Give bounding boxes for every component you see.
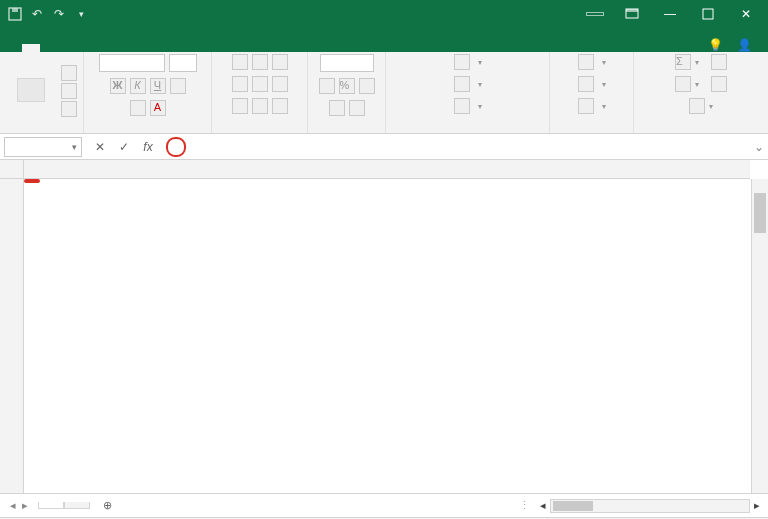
font-color-button[interactable]: A — [150, 100, 166, 116]
group-alignment — [218, 128, 301, 133]
paste-icon — [17, 78, 45, 102]
tab-review[interactable] — [112, 44, 130, 52]
fill-color-button[interactable] — [130, 100, 146, 116]
group-editing — [640, 128, 762, 133]
decrease-indent-button[interactable] — [232, 98, 248, 114]
format-cells-button[interactable]: ▾ — [578, 98, 606, 114]
new-sheet-button[interactable]: ⊕ — [96, 495, 118, 517]
cell-styles-button[interactable]: ▾ — [454, 98, 482, 114]
cancel-formula-button[interactable]: ✕ — [92, 140, 108, 154]
tab-file[interactable] — [4, 44, 22, 52]
tab-help[interactable] — [166, 44, 184, 52]
align-left-button[interactable] — [232, 76, 248, 92]
sheet-tab-0[interactable] — [38, 502, 64, 509]
delete-cells-button[interactable]: ▾ — [578, 76, 606, 92]
select-all-corner[interactable] — [0, 160, 24, 179]
svg-rect-1 — [12, 8, 18, 12]
cell-editor[interactable] — [24, 179, 40, 183]
font-size-select[interactable] — [169, 54, 197, 72]
insert-cells-button[interactable]: ▾ — [578, 54, 606, 70]
hscroll-left[interactable]: ◂ — [536, 499, 550, 512]
border-button[interactable] — [170, 78, 186, 94]
cut-icon[interactable] — [61, 65, 77, 81]
enter-formula-button[interactable]: ✓ — [116, 140, 132, 154]
align-middle-button[interactable] — [252, 54, 268, 70]
maximize-button[interactable] — [690, 0, 726, 28]
copy-icon[interactable] — [61, 83, 77, 99]
redo-icon[interactable]: ↷ — [50, 5, 68, 23]
formula-input[interactable] — [166, 137, 186, 157]
cond-format-icon — [454, 54, 470, 70]
increase-decimal-button[interactable] — [329, 100, 345, 116]
fill-button[interactable] — [675, 76, 691, 92]
delete-cells-icon — [578, 76, 594, 92]
find-select-button[interactable] — [711, 76, 727, 92]
italic-button[interactable]: К — [130, 78, 146, 94]
wrap-text-button[interactable] — [272, 98, 288, 114]
minimize-button[interactable]: — — [652, 0, 688, 28]
fx-button[interactable]: fx — [140, 140, 156, 154]
share-icon: 👤 — [737, 38, 752, 52]
tab-formulas[interactable] — [76, 44, 94, 52]
expand-formula-bar-button[interactable]: ⌄ — [750, 140, 768, 154]
group-clipboard — [6, 128, 77, 133]
currency-button[interactable] — [319, 78, 335, 94]
tab-insert[interactable] — [40, 44, 58, 52]
sheet-nav-next[interactable]: ▸ — [22, 499, 28, 512]
tab-data[interactable] — [94, 44, 112, 52]
comma-button[interactable] — [359, 78, 375, 94]
group-font — [90, 128, 205, 133]
share-button[interactable]: 👤 — [737, 38, 756, 52]
scroll-thumb[interactable] — [754, 193, 766, 233]
tab-view[interactable] — [130, 44, 148, 52]
tell-me[interactable]: 💡 — [708, 38, 727, 52]
align-center-button[interactable] — [252, 76, 268, 92]
hscroll-thumb[interactable] — [553, 501, 593, 511]
vertical-scrollbar[interactable] — [751, 179, 768, 493]
tab-developer[interactable] — [148, 44, 166, 52]
format-painter-icon[interactable] — [61, 101, 77, 117]
format-cells-icon — [578, 98, 594, 114]
horizontal-scrollbar[interactable] — [550, 499, 750, 513]
chevron-down-icon[interactable]: ▾ — [72, 142, 77, 152]
decrease-decimal-button[interactable] — [349, 100, 365, 116]
cell-styles-icon — [454, 98, 470, 114]
svg-rect-3 — [626, 9, 638, 12]
increase-indent-button[interactable] — [252, 98, 268, 114]
group-cells — [556, 128, 627, 133]
sheet-nav-prev[interactable]: ◂ — [10, 499, 16, 512]
hscroll-right[interactable]: ▸ — [750, 499, 764, 512]
qat-more-icon[interactable]: ▾ — [72, 5, 90, 23]
paste-button[interactable] — [6, 78, 55, 104]
table-icon — [454, 76, 470, 92]
close-button[interactable]: ✕ — [728, 0, 764, 28]
align-bottom-button[interactable] — [272, 54, 288, 70]
align-top-button[interactable] — [232, 54, 248, 70]
group-number — [314, 128, 379, 133]
tab-page-layout[interactable] — [58, 44, 76, 52]
undo-icon[interactable]: ↶ — [28, 5, 46, 23]
align-right-button[interactable] — [272, 76, 288, 92]
conditional-formatting-button[interactable]: ▾ — [454, 54, 482, 70]
sort-filter-button[interactable] — [711, 54, 727, 70]
svg-rect-4 — [703, 9, 713, 19]
group-styles — [392, 128, 543, 133]
font-family-select[interactable] — [99, 54, 165, 72]
ribbon-display-icon[interactable] — [614, 0, 650, 28]
bold-button[interactable]: Ж — [110, 78, 126, 94]
tab-home[interactable] — [22, 44, 40, 52]
percent-button[interactable]: % — [339, 78, 355, 94]
name-box[interactable]: ▾ — [4, 137, 82, 157]
save-icon[interactable] — [6, 5, 24, 23]
underline-button[interactable]: Ч — [150, 78, 166, 94]
insert-cells-icon — [578, 54, 594, 70]
autosum-button[interactable]: Σ — [675, 54, 691, 70]
bulb-icon: 💡 — [708, 38, 723, 52]
number-format-select[interactable] — [320, 54, 374, 72]
format-as-table-button[interactable]: ▾ — [454, 76, 482, 92]
login-button[interactable] — [586, 12, 604, 16]
sheet-tab-1[interactable] — [64, 502, 90, 509]
clear-button[interactable] — [689, 98, 705, 114]
